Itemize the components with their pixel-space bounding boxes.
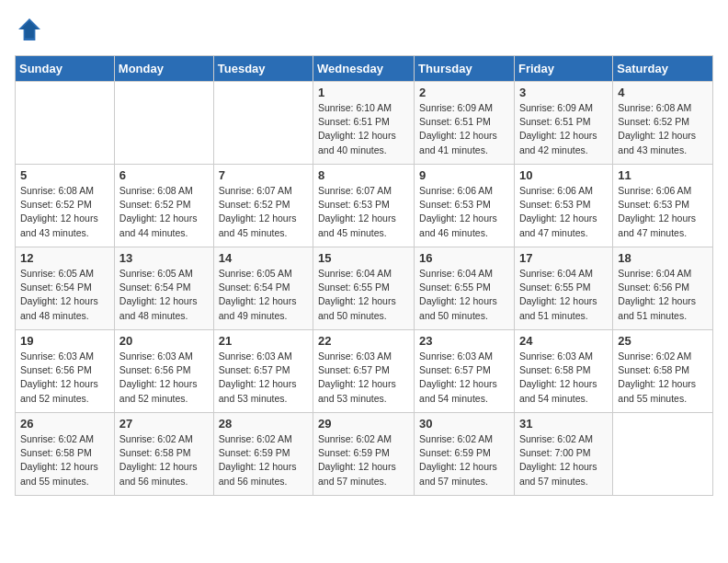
- day-info: Sunrise: 6:07 AM Sunset: 6:53 PM Dayligh…: [318, 184, 409, 240]
- week-row-4: 19Sunrise: 6:03 AM Sunset: 6:56 PM Dayli…: [16, 330, 713, 413]
- calendar-table: SundayMondayTuesdayWednesdayThursdayFrid…: [15, 55, 713, 496]
- calendar-cell: 5Sunrise: 6:08 AM Sunset: 6:52 PM Daylig…: [16, 165, 115, 247]
- calendar-cell: 3Sunrise: 6:09 AM Sunset: 6:51 PM Daylig…: [514, 82, 612, 165]
- day-info: Sunrise: 6:03 AM Sunset: 6:58 PM Dayligh…: [519, 350, 608, 406]
- day-info: Sunrise: 6:03 AM Sunset: 6:57 PM Dayligh…: [219, 350, 308, 406]
- day-number: 9: [419, 168, 509, 182]
- day-number: 21: [219, 334, 308, 348]
- calendar-cell: [613, 413, 713, 496]
- calendar-cell: 10Sunrise: 6:06 AM Sunset: 6:53 PM Dayli…: [514, 165, 612, 247]
- day-number: 29: [318, 417, 409, 431]
- day-number: 6: [119, 168, 209, 182]
- day-number: 5: [20, 168, 109, 182]
- day-info: Sunrise: 6:08 AM Sunset: 6:52 PM Dayligh…: [20, 184, 109, 240]
- day-number: 17: [519, 251, 608, 265]
- svg-marker-1: [20, 20, 38, 38]
- day-number: 31: [519, 417, 608, 431]
- header-day-sunday: Sunday: [16, 56, 115, 82]
- day-info: Sunrise: 6:08 AM Sunset: 6:52 PM Dayligh…: [119, 184, 209, 240]
- day-number: 11: [618, 168, 708, 182]
- day-number: 2: [419, 86, 509, 99]
- day-number: 30: [419, 417, 509, 431]
- day-info: Sunrise: 6:02 AM Sunset: 6:59 PM Dayligh…: [219, 432, 308, 488]
- day-info: Sunrise: 6:02 AM Sunset: 6:58 PM Dayligh…: [618, 350, 708, 406]
- week-row-1: 1Sunrise: 6:10 AM Sunset: 6:51 PM Daylig…: [16, 82, 713, 165]
- day-number: 18: [618, 251, 708, 265]
- day-number: 3: [519, 86, 608, 99]
- calendar-cell: 6Sunrise: 6:08 AM Sunset: 6:52 PM Daylig…: [114, 165, 213, 247]
- day-info: Sunrise: 6:02 AM Sunset: 6:58 PM Dayligh…: [20, 432, 109, 488]
- day-info: Sunrise: 6:06 AM Sunset: 6:53 PM Dayligh…: [618, 184, 708, 240]
- day-info: Sunrise: 6:06 AM Sunset: 6:53 PM Dayligh…: [419, 184, 509, 240]
- day-info: Sunrise: 6:10 AM Sunset: 6:51 PM Dayligh…: [318, 101, 409, 157]
- week-row-2: 5Sunrise: 6:08 AM Sunset: 6:52 PM Daylig…: [16, 165, 713, 247]
- day-info: Sunrise: 6:03 AM Sunset: 6:57 PM Dayligh…: [419, 350, 509, 406]
- calendar-cell: 2Sunrise: 6:09 AM Sunset: 6:51 PM Daylig…: [415, 82, 515, 165]
- calendar-cell: 8Sunrise: 6:07 AM Sunset: 6:53 PM Daylig…: [313, 165, 415, 247]
- day-info: Sunrise: 6:09 AM Sunset: 6:51 PM Dayligh…: [419, 101, 509, 157]
- calendar-cell: 18Sunrise: 6:04 AM Sunset: 6:56 PM Dayli…: [613, 247, 713, 330]
- day-info: Sunrise: 6:04 AM Sunset: 6:55 PM Dayligh…: [419, 267, 509, 323]
- calendar-cell: [114, 82, 213, 165]
- day-number: 13: [119, 251, 209, 265]
- calendar-cell: 21Sunrise: 6:03 AM Sunset: 6:57 PM Dayli…: [213, 330, 313, 413]
- calendar-cell: 26Sunrise: 6:02 AM Sunset: 6:58 PM Dayli…: [16, 413, 115, 496]
- calendar-cell: 11Sunrise: 6:06 AM Sunset: 6:53 PM Dayli…: [613, 165, 713, 247]
- week-row-5: 26Sunrise: 6:02 AM Sunset: 6:58 PM Dayli…: [16, 413, 713, 496]
- calendar-cell: 16Sunrise: 6:04 AM Sunset: 6:55 PM Dayli…: [415, 247, 515, 330]
- day-number: 19: [20, 334, 109, 348]
- header-day-friday: Friday: [514, 56, 612, 82]
- day-number: 22: [318, 334, 409, 348]
- day-info: Sunrise: 6:09 AM Sunset: 6:51 PM Dayligh…: [519, 101, 608, 157]
- calendar-cell: 23Sunrise: 6:03 AM Sunset: 6:57 PM Dayli…: [415, 330, 515, 413]
- day-info: Sunrise: 6:04 AM Sunset: 6:55 PM Dayligh…: [519, 267, 608, 323]
- day-info: Sunrise: 6:03 AM Sunset: 6:56 PM Dayligh…: [119, 350, 209, 406]
- calendar-cell: [16, 82, 115, 165]
- header-day-monday: Monday: [114, 56, 213, 82]
- day-info: Sunrise: 6:07 AM Sunset: 6:52 PM Dayligh…: [219, 184, 308, 240]
- calendar-cell: 25Sunrise: 6:02 AM Sunset: 6:58 PM Dayli…: [613, 330, 713, 413]
- calendar-cell: 1Sunrise: 6:10 AM Sunset: 6:51 PM Daylig…: [313, 82, 415, 165]
- day-info: Sunrise: 6:05 AM Sunset: 6:54 PM Dayligh…: [20, 267, 109, 323]
- day-number: 16: [419, 251, 509, 265]
- day-info: Sunrise: 6:04 AM Sunset: 6:55 PM Dayligh…: [318, 267, 409, 323]
- day-info: Sunrise: 6:05 AM Sunset: 6:54 PM Dayligh…: [119, 267, 209, 323]
- day-number: 26: [20, 417, 109, 431]
- day-info: Sunrise: 6:02 AM Sunset: 6:59 PM Dayligh…: [318, 432, 409, 488]
- calendar-cell: 31Sunrise: 6:02 AM Sunset: 7:00 PM Dayli…: [514, 413, 612, 496]
- day-number: 15: [318, 251, 409, 265]
- day-info: Sunrise: 6:03 AM Sunset: 6:57 PM Dayligh…: [318, 350, 409, 406]
- day-number: 27: [119, 417, 209, 431]
- day-number: 14: [219, 251, 308, 265]
- calendar-cell: 27Sunrise: 6:02 AM Sunset: 6:58 PM Dayli…: [114, 413, 213, 496]
- logo-icon: [15, 15, 44, 44]
- day-number: 4: [618, 86, 708, 99]
- day-number: 20: [119, 334, 209, 348]
- day-number: 8: [318, 168, 409, 182]
- day-info: Sunrise: 6:02 AM Sunset: 7:00 PM Dayligh…: [519, 432, 608, 488]
- day-number: 24: [519, 334, 608, 348]
- calendar-cell: 29Sunrise: 6:02 AM Sunset: 6:59 PM Dayli…: [313, 413, 415, 496]
- calendar-cell: 9Sunrise: 6:06 AM Sunset: 6:53 PM Daylig…: [415, 165, 515, 247]
- calendar-cell: 28Sunrise: 6:02 AM Sunset: 6:59 PM Dayli…: [213, 413, 313, 496]
- header-day-saturday: Saturday: [613, 56, 713, 82]
- page-header: [15, 15, 713, 44]
- day-number: 25: [618, 334, 708, 348]
- calendar-cell: 24Sunrise: 6:03 AM Sunset: 6:58 PM Dayli…: [514, 330, 612, 413]
- calendar-cell: 15Sunrise: 6:04 AM Sunset: 6:55 PM Dayli…: [313, 247, 415, 330]
- day-info: Sunrise: 6:02 AM Sunset: 6:58 PM Dayligh…: [119, 432, 209, 488]
- day-info: Sunrise: 6:04 AM Sunset: 6:56 PM Dayligh…: [618, 267, 708, 323]
- calendar-cell: 7Sunrise: 6:07 AM Sunset: 6:52 PM Daylig…: [213, 165, 313, 247]
- day-info: Sunrise: 6:08 AM Sunset: 6:52 PM Dayligh…: [618, 101, 708, 157]
- header-day-wednesday: Wednesday: [313, 56, 415, 82]
- header-day-tuesday: Tuesday: [213, 56, 313, 82]
- day-number: 1: [318, 86, 409, 99]
- calendar-cell: 30Sunrise: 6:02 AM Sunset: 6:59 PM Dayli…: [415, 413, 515, 496]
- calendar-cell: 17Sunrise: 6:04 AM Sunset: 6:55 PM Dayli…: [514, 247, 612, 330]
- calendar-cell: [213, 82, 313, 165]
- header-day-thursday: Thursday: [415, 56, 515, 82]
- week-row-3: 12Sunrise: 6:05 AM Sunset: 6:54 PM Dayli…: [16, 247, 713, 330]
- calendar-cell: 12Sunrise: 6:05 AM Sunset: 6:54 PM Dayli…: [16, 247, 115, 330]
- calendar-cell: 13Sunrise: 6:05 AM Sunset: 6:54 PM Dayli…: [114, 247, 213, 330]
- day-info: Sunrise: 6:02 AM Sunset: 6:59 PM Dayligh…: [419, 432, 509, 488]
